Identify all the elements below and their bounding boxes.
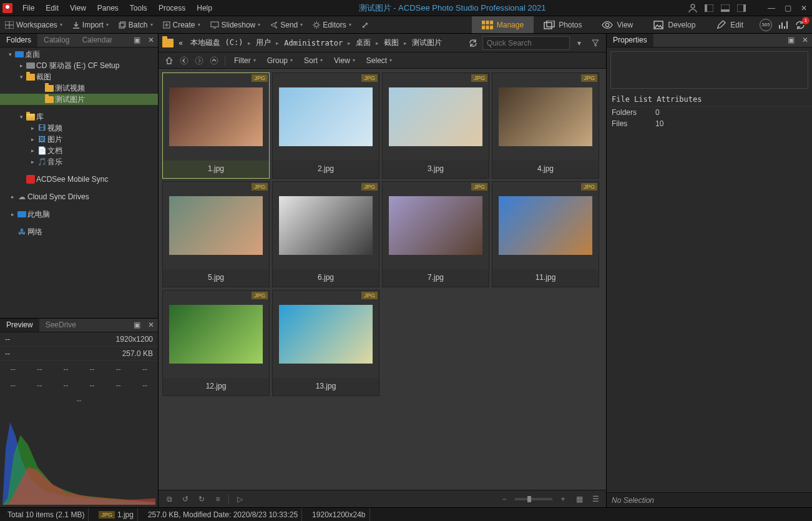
thumbnail-item[interactable]: JPG7.jpg bbox=[382, 181, 489, 287]
batch-label: Batch bbox=[129, 21, 148, 29]
close-props-icon[interactable]: ✕ bbox=[798, 34, 812, 47]
nav-back-icon[interactable] bbox=[177, 54, 191, 67]
thumbnail-item[interactable]: JPG2.jpg bbox=[272, 72, 379, 179]
pin-icon[interactable]: ▣ bbox=[130, 34, 144, 47]
layout-2-icon[interactable] bbox=[720, 2, 731, 14]
pin-props-icon[interactable]: ▣ bbox=[784, 34, 798, 47]
tree-cd-drive[interactable]: ▸CD 驱动器 (E:) CF Setup bbox=[0, 60, 158, 71]
menu-file[interactable]: File bbox=[17, 2, 39, 14]
thumbnail-item[interactable]: JPG11.jpg bbox=[492, 181, 599, 287]
tree-lib-music[interactable]: ▸🎵音乐 bbox=[0, 156, 158, 167]
tab-catalog[interactable]: Catalog bbox=[37, 34, 76, 47]
sort-dropdown[interactable]: Sort▾ bbox=[299, 54, 328, 67]
menu-process[interactable]: Process bbox=[154, 2, 190, 14]
tab-folders[interactable]: Folders bbox=[0, 34, 37, 47]
select-dropdown[interactable]: Select▾ bbox=[361, 54, 397, 67]
tree-cloud[interactable]: ▸☁Cloud Sync Drives bbox=[0, 191, 158, 202]
slideshow-dropdown[interactable]: Slideshow▾ bbox=[205, 16, 266, 33]
create-dropdown[interactable]: Create▾ bbox=[158, 16, 205, 33]
thumbnail-item[interactable]: JPG13.jpg bbox=[272, 290, 379, 396]
tab-calendar[interactable]: Calendar bbox=[76, 34, 119, 47]
zoom-slider[interactable] bbox=[515, 498, 552, 500]
svg-rect-10 bbox=[119, 23, 124, 28]
close-button[interactable]: ✕ bbox=[798, 2, 810, 14]
file-list-attr-title: File List Attributes bbox=[607, 92, 812, 107]
view-dropdown[interactable]: View▾ bbox=[329, 54, 360, 67]
tab-seedrive[interactable]: SeeDrive bbox=[39, 319, 82, 332]
undo-icon[interactable]: ↺ bbox=[180, 495, 191, 504]
breadcrumb-back[interactable]: « bbox=[176, 37, 185, 49]
tree-lib-video[interactable]: ▸🎞视频 bbox=[0, 122, 158, 134]
import-dropdown[interactable]: Import▾ bbox=[67, 16, 114, 33]
workspaces-dropdown[interactable]: Workspaces▾ bbox=[0, 16, 67, 33]
maximize-button[interactable]: ▢ bbox=[782, 2, 793, 14]
tree-desktop[interactable]: ▾桌面 bbox=[0, 49, 158, 60]
menu-edit[interactable]: Edit bbox=[41, 2, 64, 14]
menu-view[interactable]: View bbox=[65, 2, 91, 14]
thumbnail-item[interactable]: JPG4.jpg bbox=[492, 72, 599, 179]
crumb-jietu[interactable]: 截图 bbox=[381, 36, 401, 49]
nav-up-icon[interactable] bbox=[207, 54, 221, 67]
crumb-admin[interactable]: Administrator bbox=[281, 37, 345, 49]
pin-preview-icon[interactable]: ▣ bbox=[130, 319, 144, 332]
tree-network[interactable]: 🖧网络 bbox=[0, 226, 158, 237]
crumb-user[interactable]: 用户 bbox=[253, 36, 273, 49]
copy-icon[interactable]: ⧉ bbox=[164, 495, 175, 504]
tree-library[interactable]: ▾库 bbox=[0, 111, 158, 122]
tree-mobile-sync[interactable]: ACDSee Mobile Sync bbox=[0, 174, 158, 185]
minimize-button[interactable]: — bbox=[766, 2, 777, 14]
redo-icon[interactable]: ↻ bbox=[196, 495, 207, 504]
list-icon[interactable]: ≡ bbox=[212, 495, 223, 504]
tree-jietu[interactable]: ▾截图 bbox=[0, 71, 158, 82]
tab-develop[interactable]: Develop bbox=[643, 16, 705, 33]
send-dropdown[interactable]: Send▾ bbox=[265, 16, 308, 33]
nav-home-icon[interactable] bbox=[162, 54, 176, 67]
breadcrumb-folder-icon[interactable] bbox=[162, 39, 174, 47]
tree-lib-image[interactable]: ▸🖼图片 bbox=[0, 134, 158, 145]
thumbnail-item[interactable]: JPG3.jpg bbox=[382, 72, 489, 179]
zoom-out-icon[interactable]: − bbox=[499, 495, 510, 504]
thumbnail-item[interactable]: JPG12.jpg bbox=[162, 290, 270, 396]
crumb-desktop[interactable]: 桌面 bbox=[353, 36, 373, 49]
menu-panes[interactable]: Panes bbox=[92, 2, 124, 14]
tree-this-pc[interactable]: ▸此电脑 bbox=[0, 209, 158, 220]
thumbnail-item[interactable]: JPG5.jpg bbox=[162, 181, 270, 287]
tab-edit[interactable]: Edit bbox=[705, 16, 753, 33]
zoom-in-icon[interactable]: + bbox=[557, 495, 569, 504]
close-preview-icon[interactable]: ✕ bbox=[144, 319, 158, 332]
stats-icon[interactable] bbox=[778, 20, 788, 30]
batch-dropdown[interactable]: Batch▾ bbox=[114, 16, 158, 33]
menu-tools[interactable]: Tools bbox=[125, 2, 152, 14]
menu-help[interactable]: Help bbox=[192, 2, 217, 14]
close-panel-icon[interactable]: ✕ bbox=[144, 34, 158, 47]
refresh-icon[interactable] bbox=[466, 39, 480, 47]
user-icon[interactable] bbox=[687, 2, 698, 14]
tab-properties[interactable]: Properties bbox=[607, 34, 653, 47]
thumbnail-item[interactable]: JPG6.jpg bbox=[272, 181, 379, 287]
tab-preview[interactable]: Preview bbox=[0, 319, 39, 332]
group-dropdown[interactable]: Group▾ bbox=[262, 54, 298, 67]
tab-photos[interactable]: Photos bbox=[534, 16, 592, 33]
tree-lib-doc[interactable]: ▸📄文档 bbox=[0, 145, 158, 156]
search-dropdown-icon[interactable]: ▾ bbox=[572, 39, 586, 47]
nav-fwd-icon[interactable] bbox=[192, 54, 206, 67]
tree-test-image[interactable]: 测试图片 bbox=[0, 94, 158, 105]
sync-status-icon[interactable]: 1 bbox=[795, 19, 806, 31]
quick-search-input[interactable] bbox=[482, 36, 570, 50]
view-tiles-icon[interactable]: ▦ bbox=[574, 495, 585, 504]
tab-view[interactable]: View bbox=[592, 16, 643, 33]
filter-funnel-icon[interactable] bbox=[589, 39, 602, 47]
editors-dropdown[interactable]: Editors▾ bbox=[308, 16, 356, 33]
layout-3-icon[interactable] bbox=[736, 2, 747, 14]
external-icon[interactable]: ⤢ bbox=[356, 16, 374, 33]
crumb-folder[interactable]: 测试图片 bbox=[409, 36, 444, 49]
play-icon[interactable]: ▷ bbox=[234, 495, 245, 504]
tree-test-video[interactable]: 测试视频 bbox=[0, 82, 158, 94]
crumb-disk[interactable]: 本地磁盘 (C:) bbox=[188, 36, 245, 49]
thumbnail-item[interactable]: JPG1.jpg bbox=[162, 72, 270, 179]
365-badge[interactable]: 365 bbox=[760, 19, 772, 31]
tab-manage[interactable]: Manage bbox=[472, 16, 534, 33]
view-details-icon[interactable]: ☰ bbox=[590, 495, 601, 504]
layout-1-icon[interactable] bbox=[703, 2, 715, 14]
filter-dropdown[interactable]: Filter▾ bbox=[229, 54, 261, 67]
